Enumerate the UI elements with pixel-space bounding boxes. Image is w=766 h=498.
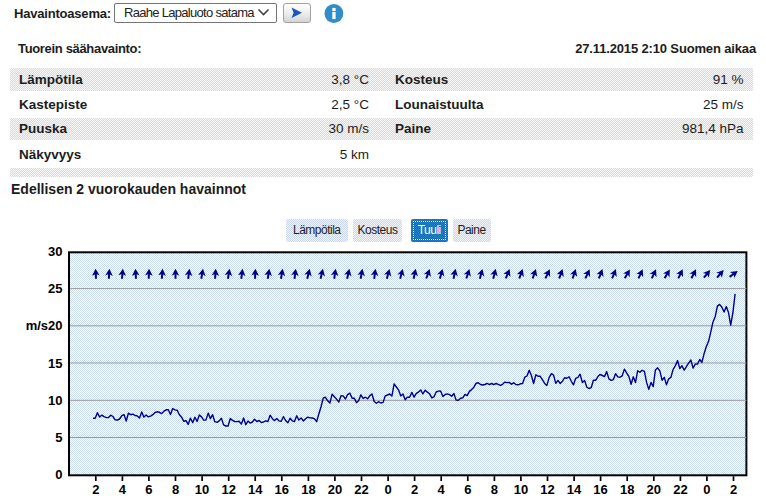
svg-text:20: 20 bbox=[647, 482, 661, 497]
svg-text:4: 4 bbox=[119, 482, 127, 497]
svg-text:14: 14 bbox=[567, 482, 582, 497]
svg-text:4: 4 bbox=[438, 482, 446, 497]
svg-text:12: 12 bbox=[221, 482, 235, 497]
svg-text:16: 16 bbox=[275, 482, 289, 497]
svg-text:5: 5 bbox=[55, 430, 62, 445]
svg-text:10: 10 bbox=[514, 482, 528, 497]
svg-text:25: 25 bbox=[48, 281, 62, 296]
svg-text:0: 0 bbox=[55, 467, 62, 482]
svg-text:22: 22 bbox=[673, 482, 687, 497]
svg-text:2: 2 bbox=[730, 482, 737, 497]
svg-text:30: 30 bbox=[48, 244, 62, 259]
svg-text:10: 10 bbox=[48, 393, 62, 408]
svg-text:14: 14 bbox=[248, 482, 263, 497]
svg-text:2: 2 bbox=[92, 482, 99, 497]
svg-text:2: 2 bbox=[411, 482, 418, 497]
svg-text:8: 8 bbox=[491, 482, 498, 497]
svg-text:18: 18 bbox=[620, 482, 634, 497]
svg-text:10: 10 bbox=[195, 482, 209, 497]
svg-text:22: 22 bbox=[354, 482, 368, 497]
svg-text:15: 15 bbox=[48, 356, 62, 371]
svg-text:m/s20: m/s20 bbox=[26, 318, 63, 333]
svg-text:6: 6 bbox=[145, 482, 152, 497]
svg-text:18: 18 bbox=[301, 482, 315, 497]
svg-text:16: 16 bbox=[593, 482, 607, 497]
svg-text:0: 0 bbox=[384, 482, 391, 497]
svg-text:8: 8 bbox=[172, 482, 179, 497]
svg-text:12: 12 bbox=[540, 482, 554, 497]
svg-text:20: 20 bbox=[328, 482, 342, 497]
svg-text:0: 0 bbox=[703, 482, 710, 497]
svg-text:6: 6 bbox=[464, 482, 471, 497]
